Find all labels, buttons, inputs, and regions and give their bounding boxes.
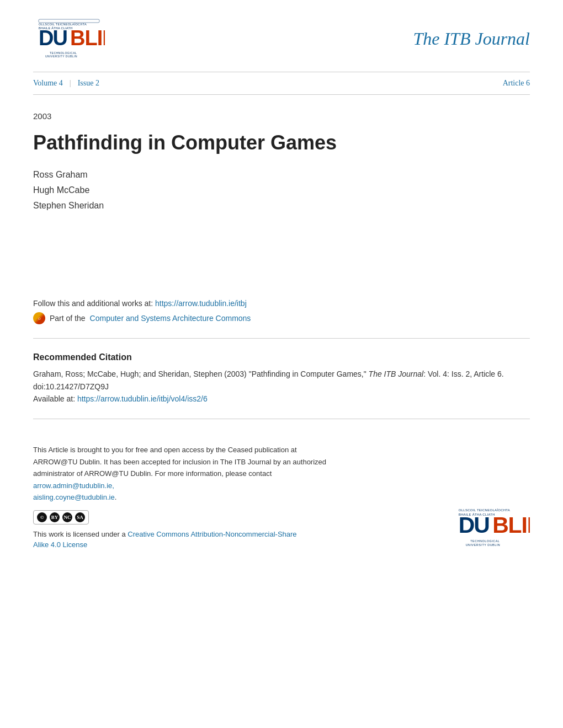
volume-link[interactable]: Volume 4 (33, 79, 63, 88)
bepress-icon: ○ (33, 312, 45, 324)
cc-icon: © (37, 512, 47, 522)
part-of-label: Part of the (50, 314, 86, 323)
svg-text:UNIVERSITY DUBLIN: UNIVERSITY DUBLIN (45, 55, 77, 58)
journal-title: The ITB Journal (413, 29, 530, 49)
svg-text:UNIVERSITY DUBLIN: UNIVERSITY DUBLIN (466, 543, 501, 546)
svg-text:OLLSCOIL TEICNEOLAÍOCHTA: OLLSCOIL TEICNEOLAÍOCHTA (459, 508, 510, 512)
section-divider-1 (33, 338, 530, 339)
nav-bar: Volume 4 | Issue 2 Article 6 (0, 72, 563, 94)
author-1: Ross Graham (33, 170, 530, 180)
spacer (33, 216, 530, 282)
contact-link-2[interactable]: aisling.coyne@tudublin.ie (33, 493, 115, 501)
oa-text-end: . (115, 493, 117, 501)
follow-label: Follow this and additional works at: (33, 299, 155, 308)
nav-separator: | (70, 79, 71, 88)
footer-section: This Article is brought to you for free … (33, 433, 530, 550)
header: DU BLIN OLLSCOIL TEICNEOLAÍOCHTA BHAILE … (0, 0, 563, 72)
citation-journal-italic: The ITB Journal (369, 370, 424, 378)
svg-text:DU: DU (459, 512, 489, 537)
citation-body: Graham, Ross; McCabe, Hugh; and Sheridan… (33, 368, 530, 405)
part-of-line: ○ Part of the Computer and Systems Archi… (33, 312, 530, 324)
svg-text:DU: DU (39, 26, 67, 50)
left-col: This Article is brought to you for free … (33, 433, 453, 550)
license-text-before: This work is licensed under a (33, 530, 128, 538)
follow-link[interactable]: https://arrow.tudublin.ie/itbj (155, 299, 247, 308)
contact-link-1[interactable]: arrow.admin@tudublin.ie, (33, 481, 114, 490)
citation-text-after: : Vol. 4: Iss. 2, Article 6. (423, 370, 504, 378)
citation-url-link[interactable]: https://arrow.tudublin.ie/itbj/vol4/iss2… (77, 394, 208, 403)
svg-text:BHAILE ÁTHA CLIATH: BHAILE ÁTHA CLIATH (459, 512, 495, 516)
follow-text: Follow this and additional works at: htt… (33, 299, 530, 308)
main-content: 2003 Pathfinding in Computer Games Ross … (0, 95, 563, 572)
recommended-citation: Recommended Citation Graham, Ross; McCab… (33, 352, 530, 405)
by-icon: BY (50, 512, 60, 522)
citation-doi: doi:10.21427/D7ZQ9J (33, 382, 109, 391)
footer-logo: DU BLIN OLLSCOIL TEICNEOLAÍOCHTA BHAILE … (453, 501, 530, 550)
issue-link[interactable]: Issue 2 (78, 79, 99, 88)
author-2: Hugh McCabe (33, 185, 530, 195)
svg-text:TECHNOLOGICAL: TECHNOLOGICAL (470, 539, 500, 543)
right-col: DU BLIN OLLSCOIL TEICNEOLAÍOCHTA BHAILE … (453, 501, 530, 550)
publication-year: 2003 (33, 111, 530, 121)
svg-text:BLIN: BLIN (70, 26, 105, 50)
section-divider-2 (33, 419, 530, 419)
svg-text:BHAILE ÁTHA CLIATH: BHAILE ÁTHA CLIATH (39, 26, 73, 30)
article-label: Article 6 (503, 79, 530, 88)
svg-text:OLLSCOIL TEICNEOLAÍOCHTA: OLLSCOIL TEICNEOLAÍOCHTA (39, 23, 87, 26)
page: DU BLIN OLLSCOIL TEICNEOLAÍOCHTA BHAILE … (0, 0, 563, 728)
follow-section: Follow this and additional works at: htt… (33, 293, 530, 324)
sa-icon: SA (75, 512, 85, 522)
citation-text-before: Graham, Ross; McCabe, Hugh; and Sheridan… (33, 370, 369, 378)
citation-available-label: Available at: (33, 394, 77, 403)
open-access-text: This Article is brought to you for free … (33, 444, 331, 503)
cc-badge: © BY NC SA (33, 510, 89, 524)
nc-icon: NC (62, 512, 72, 522)
commons-link[interactable]: Computer and Systems Architecture Common… (90, 314, 251, 323)
nav-left: Volume 4 | Issue 2 (33, 79, 99, 88)
author-3: Stephen Sheridan (33, 201, 530, 211)
citation-heading: Recommended Citation (33, 352, 530, 362)
logo-area: DU BLIN OLLSCOIL TEICNEOLAÍOCHTA BHAILE … (33, 17, 105, 61)
svg-text:BLIN: BLIN (492, 512, 530, 537)
article-title: Pathfinding in Computer Games (33, 131, 530, 154)
license-text: This work is licensed under a Creative C… (33, 529, 309, 550)
oa-text-main: This Article is brought to you for free … (33, 446, 326, 478)
tu-dublin-logo: DU BLIN OLLSCOIL TEICNEOLAÍOCHTA BHAILE … (33, 17, 105, 61)
